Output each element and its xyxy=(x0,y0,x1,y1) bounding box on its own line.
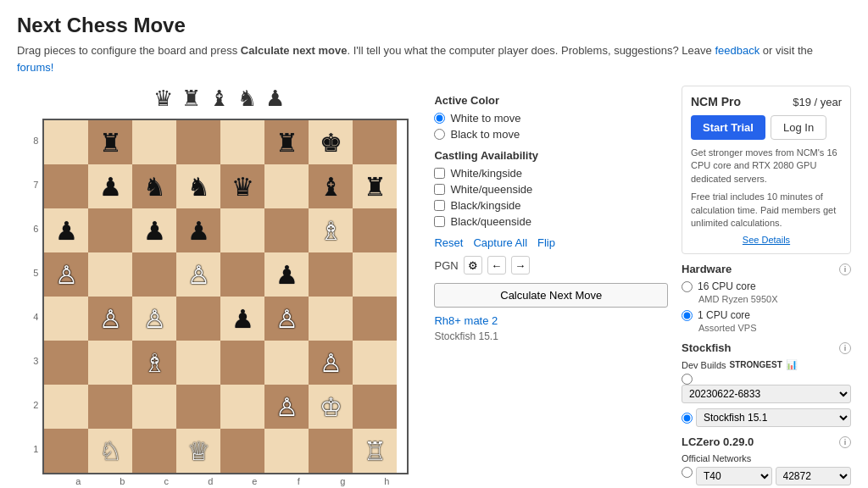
cell-1b[interactable]: ♘ xyxy=(88,429,132,473)
tray-piece-rook[interactable]: ♜ xyxy=(181,86,201,112)
see-details-link[interactable]: See Details xyxy=(691,235,842,245)
cell-8c[interactable] xyxy=(132,120,176,164)
tray-piece-pawn[interactable]: ♟ xyxy=(265,86,285,112)
flip-link[interactable]: Flip xyxy=(537,236,555,249)
cell-6b[interactable] xyxy=(88,208,132,252)
cell-7b[interactable]: ♟ xyxy=(88,164,132,208)
cell-3b[interactable] xyxy=(88,341,132,385)
cell-8h[interactable] xyxy=(353,120,397,164)
reset-link[interactable]: Reset xyxy=(434,236,463,249)
cell-5b[interactable] xyxy=(88,252,132,297)
dev-build-radio[interactable] xyxy=(682,374,693,385)
official-radio[interactable] xyxy=(682,413,693,424)
cell-5h[interactable] xyxy=(353,252,397,297)
black-queenside-label[interactable]: Black/queenside xyxy=(434,215,668,228)
tray-piece-queen[interactable]: ♛ xyxy=(153,86,173,112)
cell-2a[interactable] xyxy=(44,385,88,429)
cell-5d[interactable]: ♙ xyxy=(176,252,220,297)
cell-1h[interactable]: ♖ xyxy=(353,429,397,473)
cell-6e[interactable] xyxy=(220,208,264,252)
cell-5f[interactable]: ♟ xyxy=(264,252,309,297)
cell-7e[interactable]: ♛ xyxy=(220,164,264,208)
cell-6c[interactable]: ♟ xyxy=(132,208,176,252)
cell-1e[interactable] xyxy=(220,429,264,473)
cell-2b[interactable] xyxy=(88,385,132,429)
cell-5g[interactable] xyxy=(309,252,353,297)
black-kingside-check[interactable] xyxy=(434,200,445,211)
cell-5a[interactable]: ♙ xyxy=(44,252,88,297)
cell-8f[interactable]: ♜ xyxy=(264,120,309,164)
cell-8d[interactable] xyxy=(176,120,220,164)
cell-1a[interactable] xyxy=(44,429,88,473)
cell-4f[interactable]: ♙ xyxy=(264,297,309,341)
hw-1-radio[interactable] xyxy=(682,310,693,321)
cell-6f[interactable] xyxy=(264,208,309,252)
cell-1g[interactable] xyxy=(309,429,353,473)
black-to-move-label[interactable]: Black to move xyxy=(434,128,668,141)
cell-1f[interactable] xyxy=(264,429,309,473)
stockfish-info-icon[interactable]: i xyxy=(839,342,851,354)
cell-1c[interactable] xyxy=(132,429,176,473)
cell-2d[interactable] xyxy=(176,385,220,429)
cell-7g[interactable]: ♝ xyxy=(309,164,353,208)
login-button[interactable]: Log In xyxy=(771,115,826,140)
cell-2g[interactable]: ♔ xyxy=(309,385,353,429)
white-queenside-check[interactable] xyxy=(434,184,445,195)
hw-16-radio[interactable] xyxy=(682,281,693,292)
piece-tray[interactable]: ♛ ♜ ♝ ♞ ♟ xyxy=(153,86,285,112)
capture-all-link[interactable]: Capture All xyxy=(473,236,527,249)
cell-5c[interactable] xyxy=(132,252,176,297)
cell-6g[interactable]: ♗ xyxy=(309,208,353,252)
cell-4c[interactable]: ♙ xyxy=(132,297,176,341)
cell-6d[interactable]: ♟ xyxy=(176,208,220,252)
cell-4b[interactable]: ♙ xyxy=(88,297,132,341)
hardware-info-icon[interactable]: i xyxy=(839,263,851,275)
hw-16-label[interactable]: 16 CPU core xyxy=(682,280,851,292)
white-kingside-check[interactable] xyxy=(434,168,445,179)
cell-7h[interactable]: ♜ xyxy=(353,164,397,208)
feedback-link[interactable]: feedback xyxy=(715,44,760,57)
official-radio-label[interactable] xyxy=(682,413,693,424)
lczero-info-icon[interactable]: i xyxy=(839,436,851,448)
black-to-move-radio[interactable] xyxy=(434,129,445,140)
cell-3c[interactable]: ♗ xyxy=(132,341,176,385)
dev-build-radio-label[interactable] xyxy=(682,374,851,385)
chess-board[interactable]: ♜♜♚♟♞♞♛♝♜♟♟♟♗♙♙♟♙♙♟♙♗♙♙♔♘♕♖ xyxy=(42,119,409,474)
official-select[interactable]: Stockfish 15.1 xyxy=(696,408,851,427)
cell-3f[interactable] xyxy=(264,341,309,385)
black-queenside-check[interactable] xyxy=(434,216,445,227)
cell-3h[interactable] xyxy=(353,341,397,385)
pgn-left-btn[interactable]: ← xyxy=(487,256,506,274)
hw-1-label[interactable]: 1 CPU core xyxy=(682,309,851,321)
black-kingside-label[interactable]: Black/kingside xyxy=(434,199,668,212)
lczero-net1-select[interactable]: T40 xyxy=(696,467,772,485)
calculate-next-move-button[interactable]: Calculate Next Move xyxy=(434,283,668,308)
lczero-radio[interactable] xyxy=(682,467,693,478)
cell-4a[interactable] xyxy=(44,297,88,341)
cell-1d[interactable]: ♕ xyxy=(176,429,220,473)
cell-7c[interactable]: ♞ xyxy=(132,164,176,208)
cell-5e[interactable] xyxy=(220,252,264,297)
cell-2c[interactable] xyxy=(132,385,176,429)
cell-4g[interactable] xyxy=(309,297,353,341)
cell-7d[interactable]: ♞ xyxy=(176,164,220,208)
cell-3e[interactable] xyxy=(220,341,264,385)
cell-7a[interactable] xyxy=(44,164,88,208)
lczero-radio-label[interactable] xyxy=(682,467,693,485)
cell-3d[interactable] xyxy=(176,341,220,385)
white-queenside-label[interactable]: White/queenside xyxy=(434,183,668,196)
cell-2h[interactable] xyxy=(353,385,397,429)
cell-8b[interactable]: ♜ xyxy=(88,120,132,164)
cell-6h[interactable] xyxy=(353,208,397,252)
tray-piece-knight[interactable]: ♞ xyxy=(237,86,257,112)
pgn-settings-btn[interactable]: ⚙ xyxy=(464,256,482,274)
cell-4d[interactable] xyxy=(176,297,220,341)
pgn-right-btn[interactable]: → xyxy=(511,256,530,274)
cell-4h[interactable] xyxy=(353,297,397,341)
cell-3g[interactable]: ♙ xyxy=(309,341,353,385)
dev-build-select[interactable]: 20230622-6833 xyxy=(682,385,851,403)
cell-8a[interactable] xyxy=(44,120,88,164)
tray-piece-bishop[interactable]: ♝ xyxy=(209,86,229,112)
forums-link[interactable]: forums! xyxy=(17,61,53,74)
white-kingside-label[interactable]: White/kingside xyxy=(434,167,668,180)
